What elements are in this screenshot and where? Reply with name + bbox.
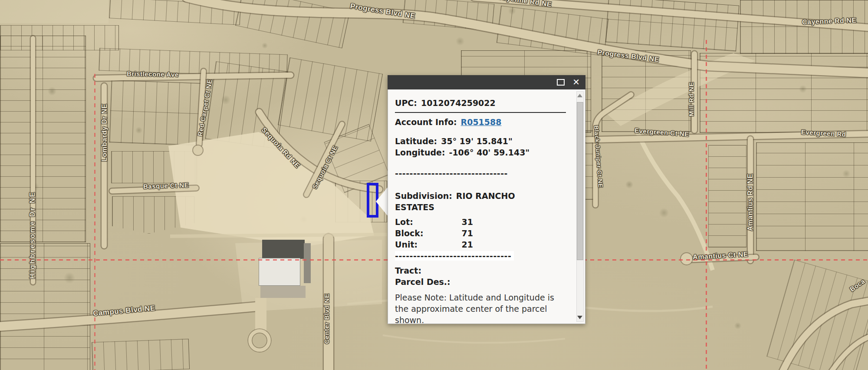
parcel-des-row: Parcel Des.:	[395, 276, 566, 287]
account-row: Account Info:R051588	[395, 116, 566, 128]
scroll-up-icon[interactable]	[577, 94, 582, 97]
latitude-row: Latitude:35° 19' 15.841"	[395, 135, 566, 147]
upc-label: UPC:	[395, 98, 417, 108]
subdivision-row: Subdivision:RIO RANCHO ESTATES	[395, 190, 556, 213]
popup-body: UPC:1012074259022 Account Info:R051588 L…	[388, 89, 585, 324]
roundabout	[248, 329, 271, 352]
scrollbar-thumb[interactable]	[577, 102, 583, 260]
popup-content: UPC:1012074259022 Account Info:R051588 L…	[388, 89, 585, 324]
parcel-info-popup: ✕ UPC:1012074259022 Account Info:R051588…	[388, 75, 585, 324]
subdivision-label: Subdivision:	[395, 191, 452, 201]
account-link[interactable]: R051588	[461, 117, 502, 127]
lot-label: Lot:	[395, 216, 455, 228]
block-label: Block:	[395, 228, 455, 239]
map-canvas[interactable]: Progress Blvd NE Cayenne Rd NE Cayenne R…	[0, 0, 868, 370]
upc-value: 1012074259022	[421, 98, 496, 108]
parking-lot	[260, 286, 306, 298]
street-label-lombardy-dr: Lombardy Dr NE	[101, 104, 108, 162]
unit-value: 21	[455, 239, 473, 250]
note-text: Please Note: Latitude and Longitude is t…	[395, 292, 569, 324]
longitude-label: Longitude:	[395, 148, 445, 157]
block-value: 71	[455, 228, 473, 239]
driveway	[255, 298, 266, 331]
latitude-value: 35° 19' 15.841"	[441, 136, 513, 146]
tract-row: Tract:	[395, 265, 566, 276]
block-row: Block:71	[395, 228, 566, 239]
popup-titlebar[interactable]: ✕	[388, 75, 585, 89]
street-label-bristlecone-ave: Bristlecone Ave	[127, 70, 179, 78]
lot-row: Lot:31	[395, 216, 566, 228]
latitude-label: Latitude:	[395, 136, 437, 146]
street-label-mill-rd: Mill Rd NE	[687, 82, 695, 116]
longitude-row: Longitude:-106° 40' 59.143"	[395, 147, 566, 158]
building-dark	[262, 240, 305, 259]
lot-value: 31	[455, 216, 473, 228]
divider-line	[395, 112, 566, 113]
street-label-amantius-rd: Amantius Rd NE	[746, 174, 754, 231]
parcel-des-label: Parcel Des.:	[395, 277, 450, 287]
close-icon[interactable]: ✕	[572, 77, 580, 87]
unit-row: Unit:21	[395, 239, 566, 250]
building-annex	[304, 243, 311, 283]
street-label-highbresome-dr: Highbresome Dr NE	[29, 191, 36, 279]
upc-row: UPC:1012074259022	[395, 97, 566, 109]
tract-label: Tract:	[395, 266, 421, 275]
street-label-center-blvd: Center Blvd NE	[323, 294, 330, 344]
maximize-icon[interactable]	[557, 79, 565, 86]
separator-dashes-2-wrap: --------------------------------	[395, 250, 566, 261]
separator-dashes-2: --------------------------------	[395, 251, 514, 261]
popup-scrollbar[interactable]	[576, 91, 584, 322]
unit-label: Unit:	[395, 239, 455, 250]
sand-washes	[0, 0, 755, 312]
longitude-value: -106° 40' 59.143"	[449, 148, 530, 157]
scroll-down-icon[interactable]	[577, 316, 582, 319]
popup-callout-pointer	[376, 187, 388, 216]
separator-dashes: -------------------------------	[395, 168, 566, 179]
building-white-roof	[259, 258, 300, 286]
account-label: Account Info:	[395, 117, 457, 127]
